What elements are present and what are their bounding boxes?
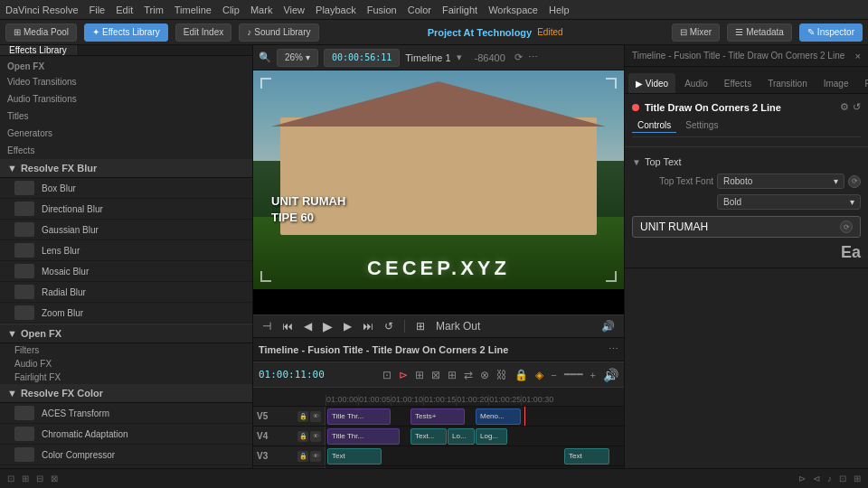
sound-library-btn[interactable]: ♪ Sound Library (239, 23, 318, 42)
fairlight-fx-item[interactable]: Fairlight FX (0, 371, 252, 384)
tab-effects[interactable]: Effects (717, 73, 759, 93)
tl-tool6[interactable]: ⇄ (464, 369, 473, 381)
v5-eye[interactable]: 👁 (310, 411, 321, 422)
filters-item[interactable]: Filters (0, 343, 252, 357)
bottom-item-2[interactable]: ⊞ (22, 474, 29, 483)
mark-in-btn[interactable]: ⊣ (259, 318, 275, 334)
skip-back-btn[interactable]: ⏮ (278, 318, 297, 334)
menu-mark[interactable]: Mark (250, 5, 272, 15)
font-reset-btn[interactable]: ⟳ (848, 175, 861, 188)
bottom-item-4[interactable]: ⊠ (51, 474, 58, 483)
tl-audio-btn[interactable]: 🔊 (603, 368, 618, 382)
audio-transitions-item[interactable]: Audio Transitions (0, 90, 252, 108)
mark-out-btn[interactable]: Mark Out (432, 318, 484, 334)
font-style-dropdown[interactable]: Bold ▾ (717, 194, 861, 210)
blur-item-lens-blur[interactable]: Lens Blur (0, 240, 252, 261)
clip-v5-0[interactable]: Title Thr... (327, 408, 391, 425)
blur-item-box-blur[interactable]: Box Blur (0, 178, 252, 199)
bottom-item-1[interactable]: ⊡ (7, 474, 14, 483)
edit-index-btn[interactable]: Edit Index (175, 23, 231, 42)
rp-close-icon[interactable]: × (855, 51, 861, 61)
timeline-dropdown-icon[interactable]: ▾ (457, 52, 462, 63)
audio-fx-item[interactable]: Audio FX (0, 357, 252, 371)
skip-fwd-btn[interactable]: ⏭ (359, 318, 377, 334)
loop-btn[interactable]: ↺ (381, 318, 397, 334)
v3-lock[interactable]: 🔒 (297, 451, 308, 462)
prev-frame-btn[interactable]: ◀ (300, 318, 316, 334)
blur-item-zoom-blur[interactable]: Zoom Blur (0, 303, 252, 324)
menu-workspace[interactable]: Workspace (488, 5, 538, 15)
titles-item[interactable]: Titles (0, 108, 252, 125)
font-value-dropdown[interactable]: Roboto ▾ (717, 174, 844, 189)
blur-item-radial-blur[interactable]: Radial Blur (0, 282, 252, 303)
menu-trim[interactable]: Trim (144, 5, 164, 15)
generators-item[interactable]: Generators (0, 125, 252, 142)
tab-image[interactable]: Image (816, 73, 856, 93)
menu-fusion[interactable]: Fusion (367, 5, 397, 15)
media-pool-btn[interactable]: ⊞ Media Pool (5, 23, 77, 42)
menu-color[interactable]: Color (408, 5, 431, 15)
v3-eye[interactable]: 👁 (310, 451, 321, 462)
more-options-icon[interactable]: ⋯ (528, 52, 538, 63)
menu-timeline[interactable]: Timeline (175, 5, 212, 15)
tl-tool10[interactable]: ◈ (535, 369, 543, 381)
tl-tool4[interactable]: ⊠ (431, 369, 440, 381)
menu-help[interactable]: Help (549, 5, 570, 15)
menu-davinci[interactable]: DaVinci Resolve (5, 5, 79, 15)
timeline-name-display[interactable]: Timeline 1 (405, 52, 450, 63)
subtab-settings[interactable]: Settings (680, 118, 723, 133)
clip-v3-1[interactable]: Text (564, 448, 609, 465)
tl-zoom-plus[interactable]: + (590, 370, 596, 380)
node-reset-icon[interactable]: ↺ (853, 101, 861, 113)
metadata-btn[interactable]: ☰ Metadata (727, 23, 792, 42)
clip-v4-2[interactable]: Lo... (448, 428, 475, 445)
bottom-item-6[interactable]: ⊲ (813, 474, 820, 483)
v4-lock[interactable]: 🔒 (297, 431, 308, 442)
tl-tool8[interactable]: ⛓ (496, 369, 507, 381)
color-item-color-compressor[interactable]: Color Compressor (0, 445, 252, 465)
open-fx-header[interactable]: ▼ Open FX (0, 324, 252, 343)
v4-eye[interactable]: 👁 (310, 431, 321, 442)
clip-v4-1[interactable]: Text... (410, 428, 447, 445)
node-settings-icon[interactable]: ⚙ (840, 101, 849, 113)
tl-tool2[interactable]: ⊳ (399, 369, 408, 381)
tl-zoom-bar[interactable]: ━━━ (564, 369, 583, 380)
effects-library-btn[interactable]: ✦ Effects Library (84, 23, 168, 42)
blur-item-gaussian-blur[interactable]: Gaussian Blur (0, 220, 252, 240)
menu-clip[interactable]: Clip (222, 5, 240, 15)
bottom-item-9[interactable]: ⊞ (854, 474, 861, 483)
text-reset-btn[interactable]: ⟳ (840, 221, 853, 233)
text-input-field[interactable]: UNIT RUMAH ⟳ (632, 216, 861, 238)
tl-tool5[interactable]: ⊞ (448, 369, 457, 381)
clip-v5-2[interactable]: Meno... (476, 408, 521, 425)
clip-v3-0[interactable]: Text (327, 448, 382, 465)
tl-tool3[interactable]: ⊞ (415, 369, 424, 381)
clip-v5-1[interactable]: Tests+ (410, 408, 465, 425)
blur-item-mosaic-blur[interactable]: Mosaic Blur (0, 261, 252, 282)
tl-more-btn[interactable]: ⋯ (609, 343, 618, 355)
v5-lock[interactable]: 🔒 (297, 411, 308, 422)
zoom-selector[interactable]: 26% ▾ (277, 49, 318, 67)
clip-v4-3[interactable]: Log... (476, 428, 507, 445)
inspector-btn[interactable]: ✎ Inspector (799, 23, 863, 42)
top-text-header[interactable]: ▼ Top Text (632, 153, 861, 171)
menu-file[interactable]: File (90, 5, 106, 15)
tab-transition[interactable]: Transition (760, 73, 815, 93)
resolve-fx-color-header[interactable]: ▼ Resolve FX Color (0, 384, 252, 403)
search-icon[interactable]: 🔍 (259, 52, 271, 63)
color-item-aces-transform[interactable]: ACES Transform (0, 403, 252, 424)
video-transitions-item[interactable]: Video Transitions (0, 73, 252, 90)
audio-btn[interactable]: 🔊 (598, 318, 618, 334)
effects-item[interactable]: Effects (0, 142, 252, 159)
tab-file[interactable]: File (858, 73, 869, 93)
tl-tool9[interactable]: 🔒 (514, 369, 528, 381)
tab-audio[interactable]: Audio (677, 73, 715, 93)
blur-item-directional-blur[interactable]: Directional Blur (0, 199, 252, 220)
tl-zoom-minus[interactable]: − (551, 370, 556, 380)
play-btn[interactable]: ▶ (319, 317, 336, 335)
tab-video[interactable]: ▶ Video (628, 73, 675, 93)
tl-tool7[interactable]: ⊗ (480, 369, 489, 381)
clip-v4-0[interactable]: Title Thr... (327, 428, 400, 445)
menu-fairlight[interactable]: Fairlight (442, 5, 477, 15)
next-frame-btn[interactable]: ▶ (340, 318, 355, 334)
